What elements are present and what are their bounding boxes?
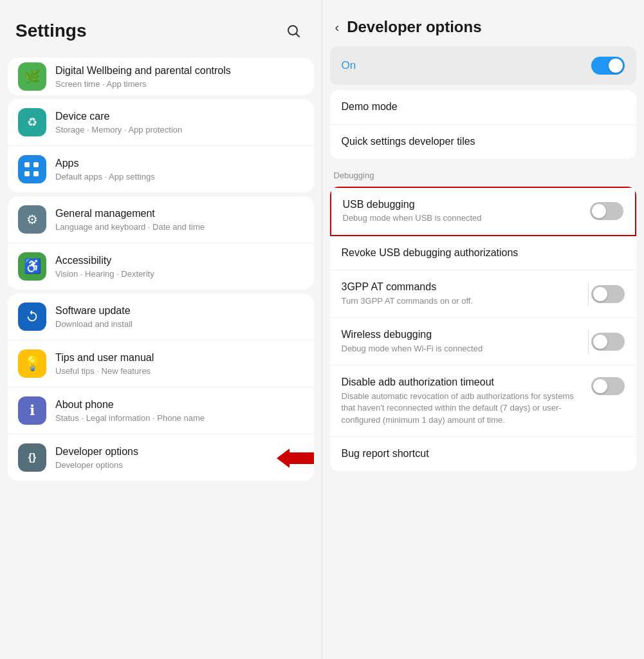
developer-options-subtitle: Developer options <box>55 460 304 470</box>
bug-report-title: Bug report shortcut <box>342 447 619 461</box>
digital-wellbeing-subtitle: Screen time · App timers <box>55 79 304 89</box>
accessibility-title: Accessibility <box>55 254 304 268</box>
accessibility-text: Accessibility Vision · Hearing · Dexteri… <box>55 254 304 279</box>
apps-subtitle: Default apps · App settings <box>55 172 304 181</box>
accessibility-subtitle: Vision · Hearing · Dexterity <box>55 269 304 279</box>
demo-mode-title: Demo mode <box>342 100 619 114</box>
developer-options-icon: {} <box>18 443 46 472</box>
search-icon <box>286 23 301 39</box>
revoke-usb-title: Revoke USB debugging authorizations <box>342 246 619 260</box>
dev-item-3gpp[interactable]: 3GPP AT commands Turn 3GPP AT commands o… <box>330 270 637 318</box>
software-update-icon <box>18 302 46 331</box>
sidebar-item-about-phone[interactable]: ℹ About phone Status · Legal information… <box>8 387 314 434</box>
tips-title: Tips and user manual <box>55 351 304 365</box>
developer-options-title: Developer options <box>55 445 304 459</box>
disable-adb-toggle[interactable] <box>591 377 625 395</box>
svg-marker-2 <box>277 449 314 468</box>
dev-item-revoke-usb[interactable]: Revoke USB debugging authorizations <box>330 236 637 271</box>
general-management-text: General management Language and keyboard… <box>55 207 304 232</box>
device-care-icon: ♻ <box>18 108 46 136</box>
tips-text: Tips and user manual Useful tips · New f… <box>55 351 304 376</box>
3gpp-toggle[interactable] <box>591 285 625 303</box>
3gpp-subtitle: Turn 3GPP AT commands on or off. <box>342 295 582 307</box>
usb-debugging-text: USB debugging Debug mode when USB is con… <box>343 198 584 225</box>
group-device-apps: ♻ Device care Storage · Memory · App pro… <box>8 99 314 192</box>
accessibility-icon: ♿ <box>18 252 46 281</box>
device-care-text: Device care Storage · Memory · App prote… <box>55 110 304 135</box>
wireless-toggle-wrapper <box>588 330 625 353</box>
sidebar-item-accessibility[interactable]: ♿ Accessibility Vision · Hearing · Dexte… <box>8 243 314 290</box>
wireless-debugging-toggle-knob <box>593 335 607 349</box>
general-management-icon: ⚙ <box>18 205 46 234</box>
about-phone-text: About phone Status · Legal information ·… <box>55 398 304 423</box>
group-digital-wellbeing: 🌿 Digital Wellbeing and parental control… <box>8 58 314 95</box>
on-label: On <box>342 59 356 72</box>
dev-options-title: Developer options <box>347 18 481 36</box>
device-care-title: Device care <box>55 110 304 124</box>
about-phone-subtitle: Status · Legal information · Phone name <box>55 413 304 423</box>
wireless-debugging-text: Wireless debugging Debug mode when Wi-Fi… <box>342 328 582 355</box>
dev-item-bug-report[interactable]: Bug report shortcut <box>330 437 637 471</box>
wireless-debugging-subtitle: Debug mode when Wi-Fi is connected <box>342 343 582 355</box>
group-general-access: ⚙ General management Language and keyboa… <box>8 196 314 290</box>
dev-item-disable-adb-timeout[interactable]: Disable adb authorization timeout Disabl… <box>330 366 637 436</box>
disable-adb-subtitle: Disable automatic revocation of adb auth… <box>342 391 585 426</box>
settings-title: Settings <box>15 21 86 41</box>
device-care-subtitle: Storage · Memory · App protection <box>55 125 304 135</box>
digital-wellbeing-text: Digital Wellbeing and parental controls … <box>55 64 304 89</box>
usb-debugging-subtitle: Debug mode when USB is connected <box>343 212 584 224</box>
software-update-subtitle: Download and install <box>55 319 304 329</box>
general-management-title: General management <box>55 207 304 221</box>
svg-line-1 <box>296 34 299 37</box>
usb-debugging-title: USB debugging <box>343 198 584 212</box>
sidebar-item-tips[interactable]: 💡 Tips and user manual Useful tips · New… <box>8 340 314 387</box>
wireless-debugging-title: Wireless debugging <box>342 328 582 342</box>
wireless-divider <box>588 330 589 353</box>
3gpp-divider <box>588 283 589 306</box>
digital-wellbeing-title: Digital Wellbeing and parental controls <box>55 64 248 78</box>
wireless-debugging-toggle[interactable] <box>591 333 625 351</box>
group-updates-info: Software update Download and install 💡 T… <box>8 293 314 481</box>
dev-item-quick-settings[interactable]: Quick settings developer tiles <box>330 125 637 159</box>
bug-report-text: Bug report shortcut <box>342 447 619 461</box>
apps-icon <box>18 155 46 183</box>
sidebar-item-apps[interactable]: Apps Default apps · App settings <box>8 146 314 192</box>
sidebar-item-digital-wellbeing[interactable]: 🌿 Digital Wellbeing and parental control… <box>8 58 314 95</box>
quick-settings-text: Quick settings developer tiles <box>342 135 619 149</box>
about-phone-title: About phone <box>55 398 304 412</box>
dev-item-demo-mode[interactable]: Demo mode <box>330 90 637 125</box>
sidebar-item-general-management[interactable]: ⚙ General management Language and keyboa… <box>8 196 314 243</box>
software-update-title: Software update <box>55 304 304 318</box>
disable-adb-toggle-wrapper <box>591 377 625 395</box>
on-toggle-section[interactable]: On <box>330 46 637 85</box>
software-update-text: Software update Download and install <box>55 304 304 329</box>
developer-options-toggle[interactable] <box>591 57 625 75</box>
demo-mode-text: Demo mode <box>342 100 619 114</box>
sidebar-item-developer-options[interactable]: {} Developer options Developer options <box>8 434 314 481</box>
usb-debugging-toggle[interactable] <box>590 202 623 220</box>
tips-subtitle: Useful tips · New features <box>55 366 304 376</box>
3gpp-title: 3GPP AT commands <box>342 281 582 294</box>
digital-wellbeing-icon: 🌿 <box>18 62 46 91</box>
dev-item-usb-debugging[interactable]: USB debugging Debug mode when USB is con… <box>330 187 637 236</box>
revoke-usb-text: Revoke USB debugging authorizations <box>342 246 619 260</box>
usb-debugging-toggle-knob <box>592 204 606 218</box>
debugging-list: USB debugging Debug mode when USB is con… <box>330 187 637 471</box>
apps-text: Apps Default apps · App settings <box>55 157 304 181</box>
sidebar-item-software-update[interactable]: Software update Download and install <box>8 293 314 340</box>
back-button[interactable]: ‹ <box>335 20 340 35</box>
search-button[interactable] <box>281 18 306 44</box>
3gpp-text: 3GPP AT commands Turn 3GPP AT commands o… <box>342 281 582 307</box>
sidebar-item-device-care[interactable]: ♻ Device care Storage · Memory · App pro… <box>8 99 314 146</box>
red-arrow-indicator <box>277 449 314 470</box>
dev-options-header: ‹ Developer options <box>322 0 645 46</box>
settings-header: Settings <box>0 0 322 54</box>
apps-title: Apps <box>55 157 304 171</box>
disable-adb-title: Disable adb authorization timeout <box>342 376 585 389</box>
quick-settings-title: Quick settings developer tiles <box>342 135 619 149</box>
developer-options-panel: ‹ Developer options On Demo mode Quick s… <box>322 0 645 659</box>
developer-options-text: Developer options Developer options <box>55 445 304 470</box>
dev-item-wireless-debugging[interactable]: Wireless debugging Debug mode when Wi-Fi… <box>330 318 637 366</box>
general-management-subtitle: Language and keyboard · Date and time <box>55 222 304 232</box>
3gpp-toggle-wrapper <box>588 283 625 306</box>
